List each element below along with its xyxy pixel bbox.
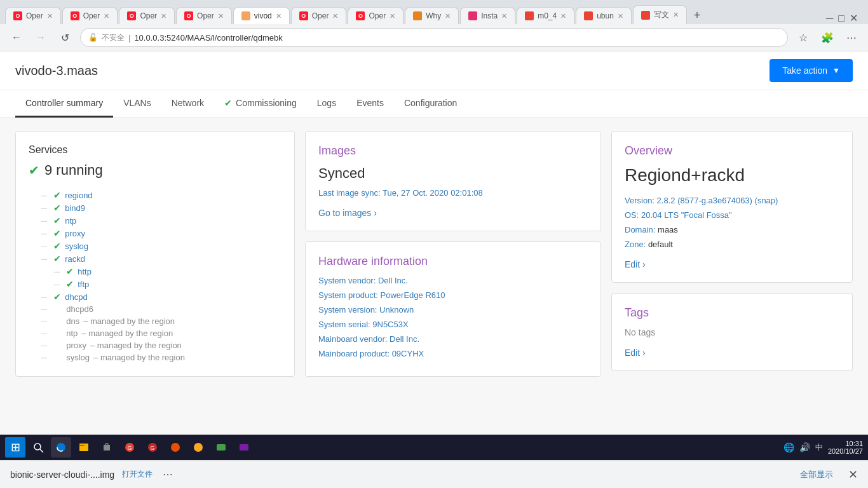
tab-commissioning[interactable]: ✔ Commissioning (214, 90, 307, 118)
middle-column: Images Synced Last image sync: Tue, 27 O… (305, 131, 601, 479)
favicon-10 (525, 11, 534, 20)
tab-controller-summary[interactable]: Controller summary (15, 90, 113, 118)
new-tab-button[interactable]: + (688, 6, 706, 24)
tags-card: Tags No tags Edit › (611, 293, 853, 371)
tab-10[interactable]: m0_4 ✕ (517, 7, 574, 24)
tab-configuration[interactable]: Configuration (394, 90, 467, 118)
start-button[interactable]: ⊞ (5, 437, 25, 458)
overview-domain-label: Domain: (625, 225, 655, 234)
tab-6-close[interactable]: ✕ (332, 12, 338, 20)
tab-2[interactable]: O Oper ✕ (62, 7, 118, 24)
tab-6[interactable]: O Oper ✕ (291, 7, 347, 24)
images-title: Images (318, 144, 588, 158)
tree-line: ─ (41, 304, 47, 314)
bookmark-icon[interactable]: ☆ (794, 29, 812, 46)
tab-11-close[interactable]: ✕ (618, 12, 623, 20)
tab-8-close[interactable]: ✕ (445, 12, 451, 20)
managed-label: – managed by the region (90, 341, 182, 350)
list-item: ─ ✔ dhcpd (29, 290, 281, 303)
service-check-icon: ✔ (53, 241, 61, 251)
forward-button[interactable]: → (32, 29, 50, 46)
download-close-button[interactable]: ✕ (848, 468, 858, 482)
taskbar-red2-icon[interactable]: G (142, 437, 163, 458)
hw-vendor-row: System vendor: Dell Inc. (318, 276, 588, 285)
tags-title: Tags (625, 306, 839, 320)
tab-10-close[interactable]: ✕ (560, 12, 566, 20)
favicon-5 (241, 11, 250, 20)
tab-logs[interactable]: Logs (307, 90, 346, 118)
address-input[interactable]: 🔓 不安全 | 10.0.0.3:5240/MAAS/l/controller/… (80, 28, 788, 47)
favicon-6: O (299, 11, 308, 20)
taskbar-orange-icon[interactable] (165, 437, 186, 458)
taskbar-files-icon[interactable] (74, 437, 94, 458)
tab-4[interactable]: O Oper ✕ (176, 7, 232, 24)
svg-point-12 (194, 443, 203, 452)
tab-network[interactable]: Network (161, 90, 214, 118)
close-button[interactable]: ✕ (850, 12, 858, 24)
take-action-button[interactable]: Take action ▼ (770, 59, 853, 82)
download-bar: bionic-server-cloudi-....img 打开文件 ⋯ 全部显示… (0, 460, 868, 488)
overview-edit-link[interactable]: Edit › (625, 259, 839, 269)
browser-menu-icon[interactable]: ⋯ (843, 29, 860, 46)
tab-7-close[interactable]: ✕ (390, 12, 395, 20)
back-button[interactable]: ← (8, 29, 25, 46)
tab-7[interactable]: O Oper ✕ (348, 7, 403, 24)
tree-line: ─ (41, 254, 47, 264)
download-menu-icon[interactable]: ⋯ (163, 468, 173, 480)
list-item: ─ ✔ ntp (29, 214, 281, 227)
svg-point-0 (34, 444, 41, 450)
hw-product-label: System product: (318, 290, 378, 300)
taskbar-security-icon[interactable] (97, 437, 117, 458)
tab-2-close[interactable]: ✕ (104, 12, 109, 20)
download-open-link[interactable]: 打开文件 (122, 469, 153, 480)
service-check-icon: ✔ (53, 203, 61, 213)
tab-1-close[interactable]: ✕ (47, 12, 53, 20)
download-show-all[interactable]: 全部显示 (800, 469, 833, 480)
tab-12-close[interactable]: ✕ (673, 11, 679, 19)
hw-version-value: Unknown (379, 305, 414, 315)
tab-configuration-label: Configuration (404, 98, 457, 108)
overview-version-label: Version: (625, 196, 654, 205)
go-to-images-link[interactable]: Go to images › (318, 208, 377, 218)
reload-button[interactable]: ↺ (56, 29, 74, 46)
maximize-button[interactable]: □ (838, 13, 844, 24)
taskbar-green-icon[interactable] (211, 437, 231, 458)
overview-subtitle: Regiond+rackd (625, 165, 839, 186)
tab-3-close[interactable]: ✕ (161, 12, 166, 20)
hw-vendor-value: Dell Inc. (378, 276, 408, 285)
taskbar-purple-icon[interactable] (234, 437, 254, 458)
favicon-8 (413, 11, 422, 20)
tab-vlans[interactable]: VLANs (113, 90, 161, 118)
favicon-7: O (356, 11, 365, 20)
tab-11[interactable]: ubun ✕ (576, 7, 632, 24)
taskbar-yellow-icon[interactable] (188, 437, 208, 458)
tab-events[interactable]: Events (346, 90, 394, 118)
minimize-button[interactable]: ─ (826, 13, 833, 24)
url-separator: | (128, 33, 130, 43)
taskbar-icons: G G (28, 437, 254, 458)
service-name: proxy (65, 229, 85, 238)
tab-9-close[interactable]: ✕ (501, 12, 507, 20)
tab-5-close[interactable]: ✕ (276, 12, 281, 20)
commissioning-check-icon: ✔ (224, 98, 232, 108)
taskbar-red-icon[interactable]: G (119, 437, 140, 458)
list-item: ─ ✔ syslog (29, 240, 281, 252)
tab-4-close[interactable]: ✕ (218, 12, 224, 20)
tab-5-active[interactable]: vivod ✕ (233, 7, 290, 24)
tab-3[interactable]: O Oper ✕ (119, 7, 175, 24)
service-name: regiond (65, 191, 92, 200)
tab-12[interactable]: 写文 ✕ (633, 5, 687, 24)
tab-8[interactable]: Why ✕ (405, 7, 459, 24)
services-card: Services ✔ 9 running ─ ✔ regiond ─ ✔ bin… (15, 131, 295, 377)
no-tags-label: No tags (625, 327, 839, 337)
tab-1[interactable]: O Oper ✕ (5, 7, 61, 24)
taskbar-search-icon[interactable] (28, 437, 48, 458)
tab-9[interactable]: Insta ✕ (460, 7, 515, 24)
tags-edit-link[interactable]: Edit › (625, 348, 839, 358)
overview-zone-value: default (648, 240, 673, 249)
taskbar-edge-icon[interactable] (51, 437, 71, 458)
extensions-icon[interactable]: 🧩 (818, 29, 836, 46)
tree-line: ─ (41, 316, 47, 326)
tab-2-label: Oper (83, 11, 100, 20)
tab-commissioning-label: Commissioning (236, 98, 297, 108)
